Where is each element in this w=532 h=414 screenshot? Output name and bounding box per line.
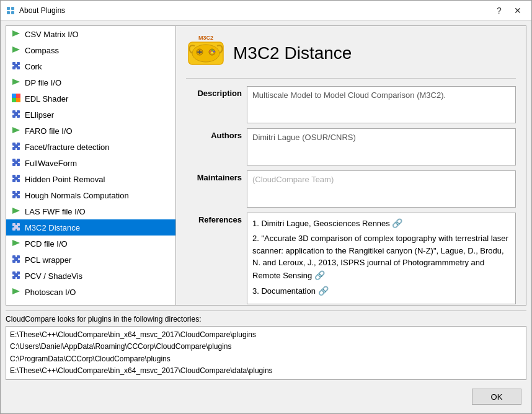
plugin-label: Compass (25, 46, 59, 55)
svg-point-66 (210, 51, 211, 53)
description-row: Description Multiscale Model to Model Cl… (186, 86, 516, 123)
plugin-item-m3c2[interactable]: M3C2 Distance (6, 219, 175, 236)
footer: OK (6, 385, 526, 408)
path-item: C:\Users\Daniel\AppData\Roaming\CCCorp\C… (10, 341, 522, 353)
svg-rect-3 (11, 11, 14, 14)
plugin-item-dp[interactable]: DP file I/O (6, 74, 175, 90)
svg-point-61 (192, 45, 219, 62)
authors-label: Authors (186, 128, 242, 165)
svg-point-69 (211, 52, 213, 54)
plugin-label: Hidden Point Removal (25, 175, 105, 184)
main-area: CSV Matrix I/O Compass Cork DP file I/O … (6, 25, 526, 306)
svg-rect-2 (7, 11, 10, 14)
plugin-title: M3C2 Distance (233, 43, 352, 63)
arrow-icon (11, 29, 21, 40)
reference-item: 2. "Accurate 3D comparison of complex to… (252, 232, 510, 282)
svg-rect-12 (12, 94, 16, 98)
authors-row: Authors Dimitri Lague (OSUR/CNRS) (186, 128, 516, 165)
close-button[interactable]: ✕ (509, 3, 526, 18)
plugin-item-photoscan[interactable]: Photoscan I/O (6, 284, 175, 300)
arrow-icon (11, 286, 21, 298)
puzzle-icon (11, 61, 21, 73)
puzzle-icon (11, 222, 21, 234)
plugin-item-las[interactable]: LAS FWF file I/O (6, 203, 175, 219)
plugin-label: CSV Matrix I/O (25, 30, 79, 39)
svg-rect-58 (14, 273, 18, 277)
plugin-item-edl[interactable]: EDL Shader (6, 90, 175, 107)
description-text: Multiscale Model to Model Cloud Comparis… (252, 90, 446, 100)
help-button[interactable]: ? (490, 3, 508, 18)
plugin-logo: M3C2 (186, 33, 226, 73)
plugin-item-csv[interactable]: CSV Matrix I/O (6, 26, 175, 42)
plugin-item-hough[interactable]: Hough Normals Computation (6, 187, 175, 203)
plugin-label: Hough Normals Computation (25, 191, 129, 200)
plugin-item-faro[interactable]: FARO file I/O (6, 123, 175, 139)
svg-rect-10 (14, 64, 18, 68)
svg-rect-15 (16, 98, 20, 102)
plugin-item-pcl[interactable]: PCL wrapper (6, 252, 175, 268)
puzzle-icon (11, 157, 21, 169)
svg-marker-48 (12, 240, 20, 246)
bottom-section: CloudCompare looks for plugins in the fo… (6, 310, 526, 380)
svg-rect-14 (12, 98, 16, 102)
plugin-detail-panel: M3C2 M3C2 Distance Description Multiscal… (176, 25, 526, 306)
arrow-icon (11, 238, 21, 250)
svg-rect-53 (14, 257, 18, 261)
ref-link-icon[interactable]: 🔗 (392, 218, 402, 228)
path-item: E:\These\C++\CloudCompare\bin_x64_msvc_2… (10, 329, 522, 341)
svg-rect-0 (7, 7, 10, 10)
content-area: CSV Matrix I/O Compass Cork DP file I/O … (1, 20, 531, 413)
svg-marker-42 (12, 208, 20, 214)
plugin-label: FullWaveForm (25, 159, 77, 168)
svg-marker-21 (12, 127, 20, 133)
maintainers-box: (CloudCompare Team) (247, 170, 516, 208)
ref-link-icon[interactable]: 🔗 (314, 270, 325, 280)
plugin-item-ellipser[interactable]: ELlipser (6, 107, 175, 123)
ok-button[interactable]: OK (472, 389, 521, 405)
puzzle-icon (11, 174, 21, 185)
titlebar-buttons: ? ✕ (490, 3, 526, 18)
plugin-label: PCL wrapper (25, 255, 71, 265)
puzzle-icon (11, 254, 21, 266)
puzzle-icon (11, 109, 21, 121)
arrow-icon (11, 77, 21, 89)
plugin-label: M3C2 Distance (25, 223, 80, 232)
svg-point-68 (213, 51, 215, 53)
reference-item: 3. Documentation 🔗 (252, 284, 510, 297)
bottom-description: CloudCompare looks for plugins in the fo… (6, 315, 526, 324)
svg-rect-1 (11, 7, 14, 10)
plugin-label: PCD file I/O (25, 239, 68, 249)
plugin-item-hidden[interactable]: Hidden Point Removal (6, 171, 175, 187)
plugin-item-pcd[interactable]: PCD file I/O (6, 236, 175, 252)
path-item: E:\These\C++\CloudCompare\bin_x64_msvc_2… (10, 365, 522, 377)
plugin-label: FARO file I/O (25, 126, 73, 136)
plugin-item-cork[interactable]: Cork (6, 58, 175, 74)
svg-rect-36 (14, 177, 18, 180)
maintainers-row: Maintainers (CloudCompare Team) (186, 170, 516, 208)
plugin-list: CSV Matrix I/O Compass Cork DP file I/O … (6, 26, 175, 300)
svg-rect-13 (16, 94, 20, 98)
plugin-label: Facet/fracture detection (25, 143, 110, 152)
plugin-item-pcv[interactable]: PCV / ShadeVis (6, 268, 175, 284)
references-row: References 1. Dimitri Lague, Geosciences… (186, 213, 516, 304)
about-plugins-window: About Plugins ? ✕ CSV Matrix I/O Compass… (0, 0, 532, 414)
window-icon (6, 6, 16, 15)
authors-text: Dimitri Lague (OSUR/CNRS) (252, 133, 356, 142)
svg-marker-59 (12, 288, 20, 294)
svg-rect-47 (14, 225, 18, 229)
plugin-item-compass[interactable]: Compass (6, 42, 175, 58)
svg-rect-65 (199, 50, 200, 54)
plugin-label: ELlipser (25, 110, 54, 120)
svg-rect-26 (14, 144, 18, 148)
puzzle-icon (11, 141, 21, 153)
authors-box: Dimitri Lague (OSUR/CNRS) (247, 128, 516, 165)
plugin-label: LAS FWF file I/O (25, 207, 86, 216)
maintainers-label: Maintainers (186, 170, 242, 208)
plugin-item-fullwave[interactable]: FullWaveForm (6, 155, 175, 171)
maintainers-text: (CloudCompare Team) (252, 175, 334, 184)
plugin-item-facet[interactable]: Facet/fracture detection (6, 139, 175, 155)
description-label: Description (186, 86, 242, 123)
arrow-icon (11, 125, 21, 137)
arrow-icon (11, 206, 21, 218)
ref-link-icon[interactable]: 🔗 (318, 286, 329, 296)
